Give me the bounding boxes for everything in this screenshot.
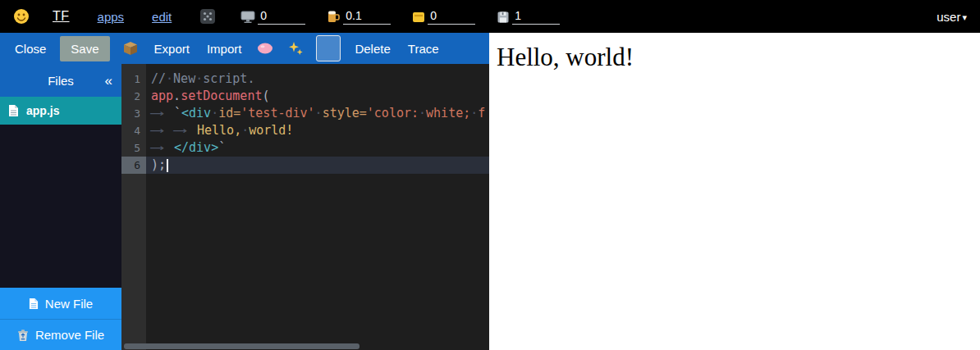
file-item-appjs[interactable]: app.js	[0, 97, 121, 125]
editor-panel: Close Save Export Import	[0, 33, 489, 350]
code-token-name: app	[151, 89, 173, 103]
beer-icon	[327, 9, 341, 24]
stat-coin-value[interactable]: 0	[428, 9, 475, 25]
code-line[interactable]: ⟶⟶Hello,·world!	[146, 122, 489, 139]
stat-monitor: 0	[240, 9, 305, 25]
code-editor[interactable]: 123456 //·New·script.app.setDocument(⟶`<…	[121, 64, 489, 350]
blank-button[interactable]	[316, 35, 341, 61]
code-token-plain: (	[262, 89, 269, 103]
soap-icon	[257, 42, 273, 55]
user-menu[interactable]: user ▾	[936, 10, 967, 24]
file-list-area	[0, 125, 121, 288]
files-header: Files «	[0, 64, 121, 97]
nav-edit-link[interactable]: edit	[152, 10, 172, 24]
coin-icon	[412, 11, 425, 24]
apps-grid-icon[interactable]	[199, 8, 216, 25]
main-area: Close Save Export Import	[0, 33, 980, 350]
file-name: app.js	[26, 104, 59, 117]
line-numbers: 123456	[121, 64, 146, 350]
smiley-logo-icon[interactable]	[13, 8, 30, 25]
code-line[interactable]: ⟶</div>`	[146, 139, 489, 157]
collapse-sidebar-icon[interactable]: «	[105, 74, 112, 88]
caret-down-icon: ▾	[962, 11, 967, 22]
code-token-ws: ·	[315, 106, 323, 120]
line-number: 4	[121, 122, 146, 139]
code-token-plain: .	[173, 89, 181, 103]
smiley-face-icon	[13, 8, 30, 25]
brand-link[interactable]: TF	[53, 9, 70, 24]
code-token-string: white;	[426, 106, 470, 120]
top-bar: TF apps edit 0	[0, 0, 980, 33]
files-title: Files	[48, 74, 74, 88]
code-token-attr: id=	[218, 106, 240, 120]
stat-beer: 0.1	[327, 9, 391, 25]
code-lines[interactable]: //·New·script.app.setDocument(⟶`<div·id=…	[146, 64, 489, 350]
stat-monitor-value[interactable]: 0	[258, 9, 305, 25]
code-token-string: f	[478, 106, 485, 120]
preview-pane: Hello, world!	[489, 33, 980, 350]
stat-floppy-value[interactable]: 1	[512, 9, 560, 25]
line-number: 6	[121, 157, 146, 174]
close-button[interactable]: Close	[11, 39, 49, 58]
workspace: Files « app.js	[0, 64, 489, 350]
code-line[interactable]: //·New·script.	[146, 70, 489, 88]
package-icon	[122, 40, 139, 57]
code-token-tab: ⟶	[174, 122, 209, 139]
editor-toolbar: Close Save Export Import	[0, 33, 489, 64]
code-token-attr: style=	[323, 106, 367, 120]
code-token-plain: );	[151, 157, 166, 172]
horizontal-scrollbar[interactable]	[124, 343, 487, 349]
monitor-icon	[240, 11, 255, 24]
code-token-plain: `	[218, 140, 226, 155]
code-token-ws: ·	[166, 71, 173, 86]
line-number: 5	[121, 139, 146, 157]
delete-button[interactable]: Delete	[351, 39, 393, 58]
code-line[interactable]: ⟶`<div·id='test-div'·style='color:·white…	[146, 105, 489, 122]
stat-beer-value[interactable]: 0.1	[343, 9, 391, 25]
code-token-ws: ·	[195, 71, 203, 86]
stat-coin: 0	[412, 9, 475, 25]
remove-file-button[interactable]: Remove File	[0, 319, 121, 350]
code-token-string: 'test-div'	[240, 106, 314, 120]
new-file-button[interactable]: New File	[0, 288, 121, 319]
trash-icon	[17, 329, 29, 342]
new-file-label: New File	[45, 297, 93, 311]
import-button[interactable]: Import	[204, 39, 245, 58]
code-token-comment: New	[173, 71, 195, 86]
line-number: 3	[121, 105, 146, 122]
code-token-comment: //	[151, 71, 166, 86]
code-line[interactable]: app.setDocument(	[146, 88, 489, 105]
code-token-string: 'color:	[367, 106, 419, 120]
code-token-ws: ·	[419, 106, 426, 120]
trace-button[interactable]: Trace	[405, 39, 442, 58]
code-token-comment: script.	[203, 71, 254, 86]
line-number: 2	[121, 88, 146, 105]
code-token-tab: ⟶	[151, 105, 186, 122]
sparkles-button[interactable]	[286, 39, 305, 58]
nav-apps-link[interactable]: apps	[98, 10, 125, 24]
user-label: user	[936, 10, 960, 24]
scrollbar-thumb[interactable]	[124, 343, 359, 349]
grid-dots-icon	[199, 8, 216, 25]
text-cursor	[167, 159, 168, 172]
save-button[interactable]: Save	[60, 36, 109, 61]
floppy-icon	[497, 11, 510, 24]
new-file-icon	[29, 298, 39, 310]
code-token-ws: ·	[211, 106, 218, 120]
line-number: 1	[121, 70, 146, 88]
code-line[interactable]: );	[146, 157, 489, 174]
code-token-name: setDocument	[181, 89, 262, 103]
package-button[interactable]	[121, 39, 140, 58]
document-icon	[8, 104, 19, 117]
preview-text: Hello, world!	[497, 43, 980, 72]
code-token-text: world!	[249, 123, 293, 138]
file-sidebar: Files « app.js	[0, 64, 121, 350]
sparkles-icon	[287, 40, 304, 57]
export-button[interactable]: Export	[151, 39, 193, 58]
soap-button[interactable]	[255, 40, 275, 57]
remove-file-label: Remove File	[35, 328, 104, 342]
code-token-tab: ⟶	[151, 139, 186, 157]
code-token-ws: ·	[470, 106, 478, 120]
stat-floppy: 1	[497, 9, 560, 25]
code-token-ws: ·	[241, 123, 249, 138]
